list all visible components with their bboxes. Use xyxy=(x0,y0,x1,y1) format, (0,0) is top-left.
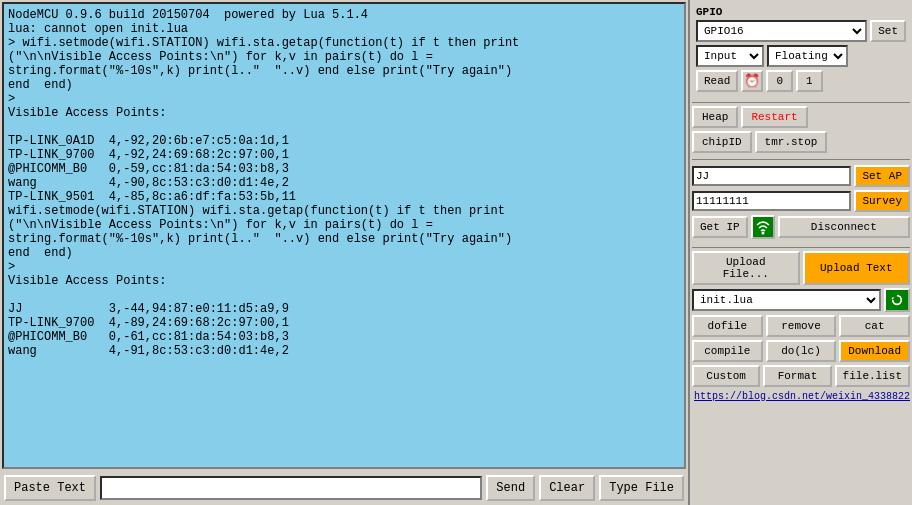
download-button[interactable]: Download xyxy=(839,340,910,362)
gpio-mode-select[interactable]: Input Output xyxy=(696,45,764,67)
get-ip-button[interactable]: Get IP xyxy=(692,216,748,238)
paste-text-button[interactable]: Paste Text xyxy=(4,475,96,501)
survey-button[interactable]: Survey xyxy=(854,190,910,212)
send-button[interactable]: Send xyxy=(486,475,535,501)
tmr-stop-button[interactable]: tmr.stop xyxy=(755,131,828,153)
right-panel: GPIO GPIO16 Set Input Output Floating Pu… xyxy=(690,0,912,505)
remove-button[interactable]: remove xyxy=(766,315,837,337)
clear-button[interactable]: Clear xyxy=(539,475,595,501)
wifi-password-input[interactable] xyxy=(692,191,851,211)
divider-1 xyxy=(692,102,910,103)
set-ap-button[interactable]: Set AP xyxy=(854,165,910,187)
file-action-row-1: dofile remove cat xyxy=(692,315,910,337)
reload-button[interactable] xyxy=(884,288,910,312)
terminal-output[interactable]: NodeMCU 0.9.6 build 20150704 powered by … xyxy=(2,2,686,469)
wifi-signal-icon[interactable] xyxy=(751,215,775,239)
wifi-password-row: Survey xyxy=(692,190,910,212)
gpio-section: GPIO GPIO16 Set Input Output Floating Pu… xyxy=(692,2,910,99)
cat-button[interactable]: cat xyxy=(839,315,910,337)
wifi-section: Set AP Survey Get IP Disconnect xyxy=(692,163,910,244)
wifi-ssid-input[interactable] xyxy=(692,166,851,186)
file-action-row-2: compile do(lc) Download xyxy=(692,340,910,362)
gpio-set-button[interactable]: Set xyxy=(870,20,906,42)
restart-button[interactable]: Restart xyxy=(741,106,807,128)
svg-marker-1 xyxy=(892,297,895,300)
wifi-ssid-row: Set AP xyxy=(692,165,910,187)
gpio-pin-select[interactable]: GPIO16 xyxy=(696,20,867,42)
gpio-type-select[interactable]: Floating Pull-up xyxy=(767,45,848,67)
terminal-panel: NodeMCU 0.9.6 build 20150704 powered by … xyxy=(0,0,690,505)
dolc-button[interactable]: do(lc) xyxy=(766,340,837,362)
terminal-input[interactable] xyxy=(100,476,482,500)
gpio-read-button[interactable]: Read xyxy=(696,70,738,92)
compile-button[interactable]: compile xyxy=(692,340,763,362)
chip-id-button[interactable]: chipID xyxy=(692,131,752,153)
gpio-title: GPIO xyxy=(696,6,906,18)
wifi-action-row: Get IP Disconnect xyxy=(692,215,910,239)
system-section: Heap Restart xyxy=(692,106,910,128)
format-button[interactable]: Format xyxy=(763,365,831,387)
system-section-2: chipID tmr.stop xyxy=(692,131,910,153)
svg-point-0 xyxy=(761,232,764,235)
upload-file-button[interactable]: Upload File... xyxy=(692,251,800,285)
heap-button[interactable]: Heap xyxy=(692,106,738,128)
divider-3 xyxy=(692,247,910,248)
dofile-button[interactable]: dofile xyxy=(692,315,763,337)
gpio-mode-row: Input Output Floating Pull-up xyxy=(696,45,906,67)
gpio-read-row: Read ⏰ 0 1 xyxy=(696,70,906,92)
type-file-button[interactable]: Type File xyxy=(599,475,684,501)
status-bar: https://blog.csdn.net/weixin_43388220 xyxy=(692,390,910,403)
upload-row: Upload File... Upload Text xyxy=(692,251,910,285)
file-select-row: init.lua xyxy=(692,288,910,312)
disconnect-button[interactable]: Disconnect xyxy=(778,216,910,238)
divider-2 xyxy=(692,159,910,160)
file-list-button[interactable]: file.list xyxy=(835,365,910,387)
clock-icon[interactable]: ⏰ xyxy=(741,70,763,92)
gpio-val-1-button[interactable]: 1 xyxy=(796,70,823,92)
gpio-pin-row: GPIO16 Set xyxy=(696,20,906,42)
upload-text-button[interactable]: Upload Text xyxy=(803,251,911,285)
custom-button[interactable]: Custom xyxy=(692,365,760,387)
file-select[interactable]: init.lua xyxy=(692,289,881,311)
gpio-val-0-button[interactable]: 0 xyxy=(766,70,793,92)
terminal-input-row: Paste Text Send Clear Type File xyxy=(0,471,688,505)
bottom-row: Custom Format file.list xyxy=(692,365,910,387)
